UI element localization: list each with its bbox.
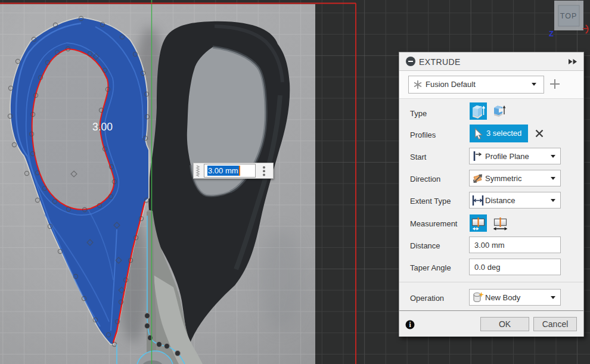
svg-text:TOP: TOP: [560, 12, 577, 20]
svg-text:3.00: 3.00: [92, 121, 113, 133]
svg-text:Z: Z: [549, 29, 554, 38]
